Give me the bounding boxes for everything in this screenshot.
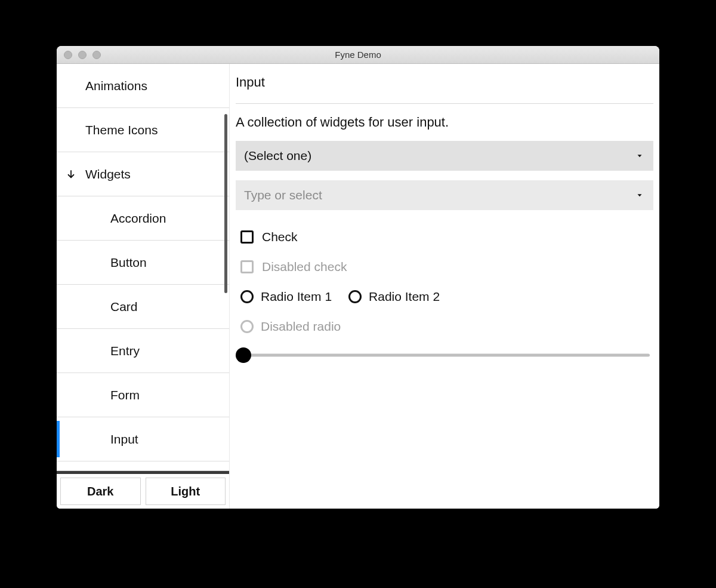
radio-icon[interactable] [348, 290, 362, 303]
sidebar-item-label: Entry [110, 344, 140, 358]
editable-select[interactable]: Type or select [236, 180, 653, 210]
sidebar-item-label: Input [110, 432, 138, 447]
sidebar-item-label: Card [110, 300, 138, 314]
radio-icon [240, 320, 254, 333]
dark-theme-button[interactable]: Dark [60, 478, 141, 505]
page-description: A collection of widgets for user input. [236, 115, 653, 130]
radio-label: Radio Item 1 [261, 290, 332, 304]
chevron-down-icon [65, 168, 77, 180]
sidebar-item-theme-icons[interactable]: Theme Icons [57, 108, 229, 152]
checkbox-icon[interactable] [240, 230, 254, 244]
theme-footer: Dark Light [57, 474, 229, 509]
main-content: Input A collection of widgets for user i… [230, 64, 659, 509]
radio-item-1[interactable]: Radio Item 1 [240, 290, 332, 304]
sidebar-item-input[interactable]: Input [57, 417, 229, 461]
sidebar-item-card[interactable]: Card [57, 285, 229, 329]
sidebar-item-label: Accordion [110, 211, 166, 226]
sidebar-item-label: Widgets [85, 167, 131, 181]
check-label: Check [262, 230, 298, 244]
sidebar-item-button[interactable]: Button [57, 241, 229, 285]
disabled-check-row: Disabled check [236, 252, 653, 282]
radio-icon[interactable] [240, 290, 254, 303]
disabled-check-label: Disabled check [262, 260, 347, 274]
sidebar-item-label: Form [110, 388, 140, 402]
sidebar-item-label: Theme Icons [85, 123, 158, 137]
radio-item-2[interactable]: Radio Item 2 [348, 290, 440, 304]
app-window: Fyne Demo Animations Theme Icons Widgets… [57, 46, 659, 509]
disabled-radio-row: Disabled radio [236, 312, 653, 341]
sidebar: Animations Theme Icons Widgets Accordion… [57, 64, 230, 509]
app-body: Animations Theme Icons Widgets Accordion… [57, 64, 659, 509]
window-title: Fyne Demo [57, 50, 659, 60]
sidebar-item-text[interactable]: Text [57, 461, 229, 470]
slider-thumb[interactable] [236, 347, 251, 363]
radio-group: Radio Item 1 Radio Item 2 [236, 282, 653, 312]
checkbox-icon [240, 260, 254, 273]
titlebar[interactable]: Fyne Demo [57, 46, 659, 64]
check-row[interactable]: Check [236, 222, 653, 252]
disabled-radio-item: Disabled radio [240, 319, 341, 334]
slider[interactable] [236, 346, 653, 364]
sidebar-item-label: Animations [85, 79, 147, 93]
divider [236, 103, 653, 104]
select-dropdown[interactable]: (Select one) [236, 141, 653, 171]
page-title: Input [236, 75, 653, 90]
sidebar-item-label: Button [110, 255, 147, 270]
nav-list[interactable]: Animations Theme Icons Widgets Accordion… [57, 64, 229, 470]
radio-label: Radio Item 2 [369, 290, 440, 304]
slider-track[interactable] [239, 354, 650, 357]
caret-down-icon [635, 152, 644, 160]
select-placeholder: (Select one) [244, 149, 311, 163]
sidebar-item-animations[interactable]: Animations [57, 64, 229, 108]
editable-select-placeholder: Type or select [244, 188, 322, 202]
sidebar-item-label: Text [110, 468, 134, 470]
sidebar-item-accordion[interactable]: Accordion [57, 196, 229, 241]
caret-down-icon [635, 191, 644, 199]
nav-scrollbar[interactable] [224, 114, 227, 293]
light-theme-button[interactable]: Light [146, 478, 226, 505]
sidebar-item-form[interactable]: Form [57, 373, 229, 417]
sidebar-item-entry[interactable]: Entry [57, 329, 229, 373]
sidebar-item-widgets[interactable]: Widgets [57, 152, 229, 196]
disabled-radio-label: Disabled radio [261, 319, 341, 334]
